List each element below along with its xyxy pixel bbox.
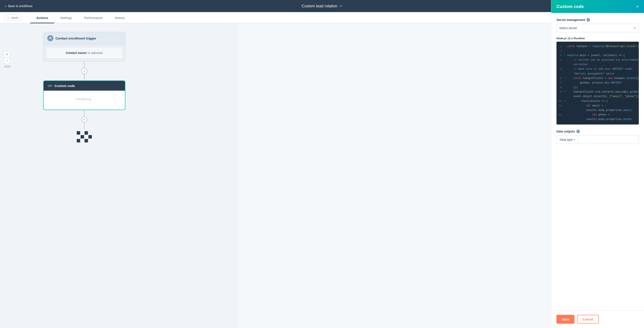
code-line-2: 2 xyxy=(556,49,639,53)
code-line-4: 4 // secrets can be accessed via environ… xyxy=(556,58,639,62)
code-header: </> Custom code xyxy=(44,81,125,91)
code-line-1: 1 const hubspot = require('@hubspot/api-… xyxy=(556,44,639,49)
trigger-node[interactable]: Contact enrollment trigger Contact owner… xyxy=(43,32,125,61)
code-line-11: 11 let email = xyxy=(556,104,639,108)
cancel-button[interactable]: Cancel xyxy=(577,315,599,324)
data-type-chevron-icon: ▾ xyxy=(574,138,575,141)
tab-actions[interactable]: Actions xyxy=(30,16,54,23)
add-step-button-2[interactable]: + xyxy=(81,117,87,123)
data-outputs-section: Data outputs i Data type ▾ xyxy=(556,130,639,144)
condition-rest: is unknown xyxy=(87,51,103,55)
data-outputs-info-icon[interactable]: i xyxy=(576,130,580,133)
connector-line-3 xyxy=(84,110,84,117)
connector-1: + xyxy=(81,61,87,80)
trigger-body: Contact owner is unknown xyxy=(46,47,122,59)
runtime-label: Node.js 12.x Runtime xyxy=(556,37,639,40)
tab-bar: ⚠ Alerts Actions Settings Performance Hi… xyxy=(0,12,644,23)
alerts-label: Alerts xyxy=(11,16,18,19)
secret-select[interactable]: Select secret xyxy=(556,24,639,32)
code-line-5b: "Secrets management" above xyxy=(556,72,639,76)
code-line-9b: event.object.objectId, ["email", "phone"… xyxy=(556,94,639,99)
custom-code-node[interactable]: </> Custom code Configuring... xyxy=(43,80,125,110)
configuring-text: Configuring... xyxy=(75,97,93,101)
connector-line-2 xyxy=(84,74,84,80)
back-label: Back to workflows xyxy=(8,4,32,8)
edit-icon[interactable]: ✏ xyxy=(340,4,342,8)
panel-title: Custom code xyxy=(556,4,584,9)
finish-node xyxy=(77,131,92,143)
code-line-12b: results.body.properties.phone; xyxy=(556,117,639,122)
back-button[interactable]: ‹ Back to workflows xyxy=(5,4,32,8)
panel-footer: Save Cancel xyxy=(551,310,644,328)
code-line-11b: results.body.properties.email; xyxy=(556,108,639,113)
zoom-out-button[interactable]: − xyxy=(4,58,10,64)
connector-2: + xyxy=(81,110,87,129)
data-type-row: Data type ▾ xyxy=(556,135,639,144)
svg-point-0 xyxy=(50,37,51,38)
code-line-9: 9 ▾ hubspotClient.crm.contacts.basicApi.… xyxy=(556,90,639,94)
panel-body: Secret management i Select secret Node.j… xyxy=(551,13,644,310)
code-line-5: 5 // make sure to add your HAPIKEY under xyxy=(556,67,639,71)
workflow-nodes: Contact enrollment trigger Contact owner… xyxy=(43,32,125,143)
panel-header: Custom code × xyxy=(551,0,644,13)
code-line-7: 7 apiKey: process.env.HAPIKEY xyxy=(556,81,639,85)
condition-bold: Contact owner xyxy=(66,51,87,55)
workflow-canvas: + − 100% Contact enrollment trigger Cont xyxy=(0,23,238,328)
right-panel: Custom code × Secret management i Select… xyxy=(551,0,644,328)
code-node-title: Custom code xyxy=(54,84,75,88)
zoom-level: 100% xyxy=(4,65,10,68)
code-body: Configuring... xyxy=(44,91,125,110)
tab-history[interactable]: History xyxy=(109,16,131,23)
contact-icon xyxy=(47,35,54,41)
secret-management-label: Secret management i xyxy=(556,18,639,21)
trigger-header: Contact enrollment trigger xyxy=(44,32,125,44)
alert-icon: ⚠ xyxy=(7,16,10,19)
workflow-title: Custom lead rotation xyxy=(302,4,337,8)
code-tag-icon: </> xyxy=(48,84,52,88)
code-line-10: 10 ▾ .then(results => { xyxy=(556,99,639,104)
alerts-button[interactable]: ⚠ Alerts xyxy=(4,15,21,21)
zoom-in-button[interactable]: + xyxy=(4,51,10,57)
code-line-6: 6 ▾ const hubspotClient = new hubspot.Cl… xyxy=(556,76,639,81)
zoom-controls: + − 100% xyxy=(4,51,10,68)
trigger-title: Contact enrollment trigger xyxy=(56,36,96,40)
add-step-button-1[interactable]: + xyxy=(81,68,87,74)
page-title: Custom lead rotation ✏ xyxy=(302,4,342,8)
code-line-3: 3 ▾ exports.main = (event, callback) => … xyxy=(556,53,639,58)
code-editor[interactable]: 1 const hubspot = require('@hubspot/api-… xyxy=(556,42,639,125)
connector-line-4 xyxy=(84,123,84,129)
secret-management-info-icon[interactable]: i xyxy=(586,18,590,21)
panel-close-button[interactable]: × xyxy=(636,4,639,9)
trigger-condition: Contact owner is unknown xyxy=(50,51,118,55)
save-button[interactable]: Save xyxy=(556,315,574,324)
tab-performance[interactable]: Performance xyxy=(78,16,109,23)
secret-management-section: Secret management i Select secret xyxy=(556,18,639,32)
code-line-4b: variables xyxy=(556,62,639,67)
code-line-12: 12 let phone = xyxy=(556,113,639,117)
back-arrow-icon: ‹ xyxy=(5,4,6,8)
data-type-name-input[interactable] xyxy=(578,135,639,144)
data-outputs-label: Data outputs i xyxy=(556,130,639,133)
tab-settings[interactable]: Settings xyxy=(54,16,78,23)
top-nav: ‹ Back to workflows Custom lead rotation… xyxy=(0,0,644,12)
data-type-label: Data type xyxy=(560,138,573,141)
code-line-8: 8 }); xyxy=(556,85,639,90)
data-type-button[interactable]: Data type ▾ xyxy=(556,135,578,144)
connector-line-1 xyxy=(84,61,84,68)
